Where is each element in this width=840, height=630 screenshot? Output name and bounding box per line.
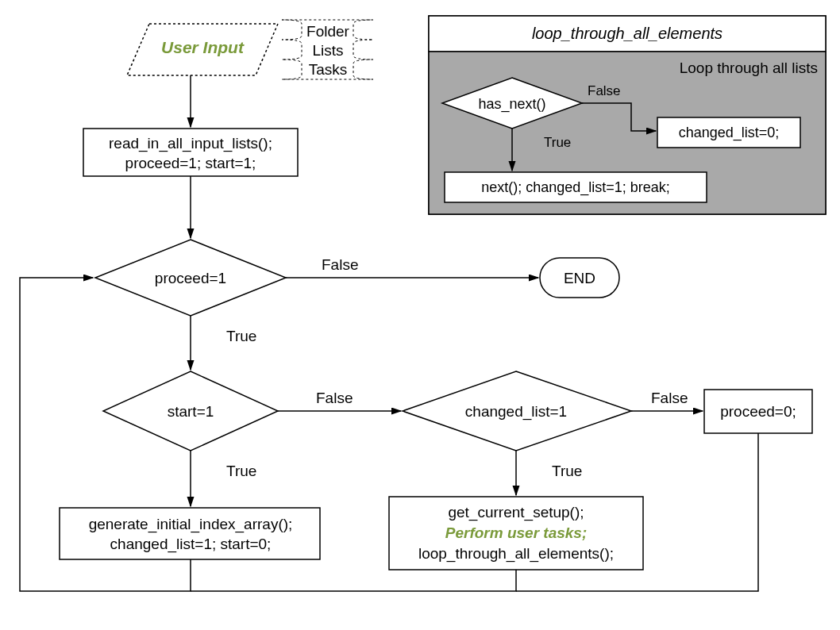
readin-line2: proceed=1; start=1; [125,155,256,171]
generate-line2: changed_list=1; start=0; [110,536,272,553]
start-label: start=1 [168,403,214,420]
hasnext-false-label: False [588,83,621,98]
sub-loop-label: Loop through all lists [680,60,818,76]
generate-line1: generate_initial_index_array(); [89,516,293,533]
user-input-label: User Input [161,38,245,56]
getcurrent-line3: loop_through_all_elements(); [418,545,614,563]
start-false-label: False [316,390,353,406]
changedzero-label: changed_list=0; [679,125,780,141]
hasnext-label: has_next() [478,96,545,113]
proceed-false-label: False [322,256,358,273]
changed-false-label: False [651,390,688,406]
getcurrent-line2: Perform user tasks; [445,524,587,541]
getcurrent-line1: get_current_setup(); [448,504,584,521]
changed-label: changed_list=1 [465,403,567,421]
annotation-tasks: Tasks [309,61,348,78]
start-true-label: True [226,463,256,479]
arrow-getcurrent-loopback [191,570,516,591]
end-label: END [564,270,595,286]
proceedzero-label: proceed=0; [720,403,796,420]
readin-line1: read_in_all_input_lists(); [109,135,272,152]
proceed-true-label: True [226,328,256,344]
sub-title: loop_through_all_elements [532,25,722,42]
proceed-label: proceed=1 [155,270,226,286]
hasnext-true-label: True [544,135,571,150]
nextbreak-label: next(); changed_list=1; break; [481,179,670,196]
annotation-lists: Lists [312,42,343,59]
changed-true-label: True [552,463,582,479]
annotation-folder: Folder [306,23,350,40]
